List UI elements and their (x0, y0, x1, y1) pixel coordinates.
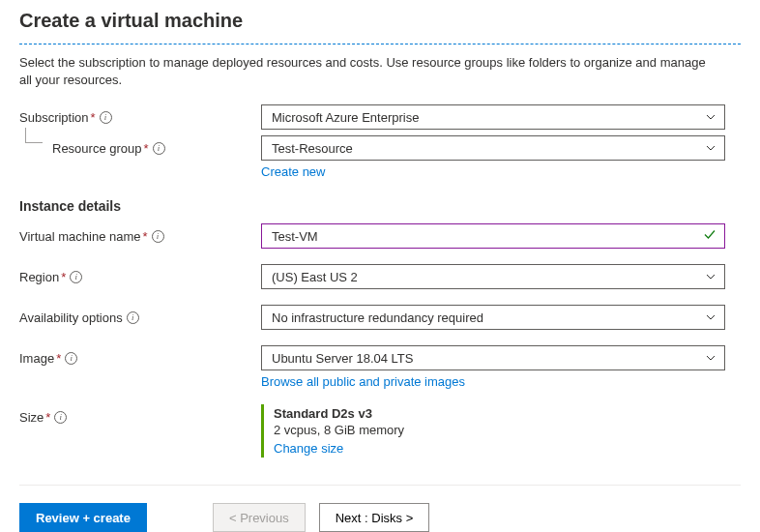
create-new-link[interactable]: Create new (261, 164, 325, 179)
required-asterisk: * (45, 410, 50, 425)
resource-group-value: Test-Resource (272, 141, 353, 156)
previous-button: < Previous (213, 503, 306, 532)
required-asterisk: * (144, 141, 149, 156)
page-title: Create a virtual machine (19, 10, 741, 32)
header-divider (19, 44, 741, 44)
size-label: Size (19, 410, 44, 425)
size-name: Standard D2s v3 (274, 406, 725, 421)
info-icon[interactable]: i (152, 230, 164, 243)
region-dropdown[interactable]: (US) East US 2 (261, 264, 725, 289)
chevron-down-icon (705, 311, 716, 323)
chevron-down-icon (705, 142, 716, 154)
tree-connector-icon (25, 128, 43, 143)
resource-group-dropdown[interactable]: Test-Resource (261, 135, 725, 161)
browse-images-link[interactable]: Browse all public and private images (261, 374, 465, 389)
required-asterisk: * (56, 351, 61, 366)
info-icon[interactable]: i (70, 271, 82, 283)
footer-divider (19, 485, 741, 486)
vm-name-label: Virtual machine name (19, 229, 141, 244)
size-summary: Standard D2s v3 2 vcpus, 8 GiB memory Ch… (261, 404, 725, 458)
availability-label: Availability options (19, 310, 123, 325)
required-asterisk: * (143, 229, 148, 244)
vm-name-input[interactable]: Test-VM (261, 223, 725, 249)
info-icon[interactable]: i (65, 352, 77, 365)
chevron-down-icon (705, 352, 716, 364)
subscription-dropdown[interactable]: Microsoft Azure Enterprise (261, 104, 725, 130)
image-dropdown[interactable]: Ubuntu Server 18.04 LTS (261, 345, 725, 370)
region-value: (US) East US 2 (272, 270, 358, 284)
required-asterisk: * (61, 270, 66, 284)
subscription-label: Subscription (19, 110, 89, 125)
resource-group-label: Resource group (52, 141, 142, 156)
required-asterisk: * (91, 110, 96, 125)
check-icon (703, 228, 716, 245)
size-detail: 2 vcpus, 8 GiB memory (274, 423, 725, 437)
change-size-link[interactable]: Change size (274, 441, 343, 456)
chevron-down-icon (705, 271, 716, 282)
info-icon[interactable]: i (54, 411, 67, 424)
image-value: Ubuntu Server 18.04 LTS (272, 351, 413, 366)
region-label: Region (19, 270, 59, 284)
next-button[interactable]: Next : Disks > (319, 503, 430, 532)
chevron-down-icon (705, 111, 716, 123)
instance-details-heading: Instance details (19, 198, 741, 214)
availability-dropdown[interactable]: No infrastructure redundancy required (261, 305, 725, 330)
availability-value: No infrastructure redundancy required (272, 310, 483, 325)
image-label: Image (19, 351, 54, 366)
info-icon[interactable]: i (100, 111, 112, 124)
subscription-value: Microsoft Azure Enterprise (272, 110, 419, 125)
info-icon[interactable]: i (153, 142, 165, 155)
review-create-button[interactable]: Review + create (19, 503, 147, 532)
intro-text: Select the subscription to manage deploy… (19, 54, 716, 89)
info-icon[interactable]: i (127, 311, 139, 324)
vm-name-value: Test-VM (272, 229, 318, 244)
